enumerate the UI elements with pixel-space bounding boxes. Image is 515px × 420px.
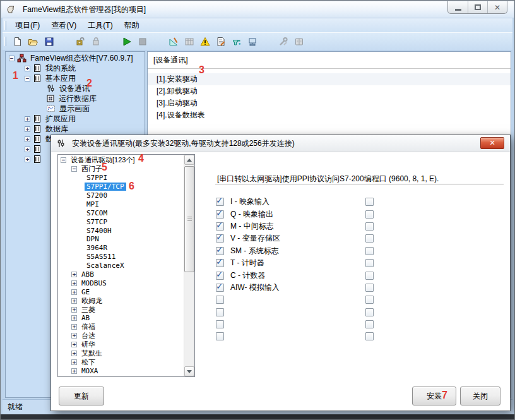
expander-collapsed-icon[interactable]: + <box>71 272 77 277</box>
vendor-siemens[interactable]: − 西门子 <box>58 165 194 174</box>
minimize-button[interactable] <box>448 1 468 13</box>
unlock-button[interactable] <box>72 34 88 49</box>
tree-row-my-system[interactable]: + 我的系统 <box>6 63 145 73</box>
register-checkbox-secondary[interactable] <box>365 222 374 231</box>
vendor-item[interactable]: +松下 <box>58 357 194 366</box>
menu-tools[interactable]: 工具(T) <box>82 18 118 33</box>
expander-collapsed-icon[interactable]: + <box>71 333 77 339</box>
vendor-item[interactable]: +倍福 <box>58 323 194 332</box>
vendor-item[interactable]: +ABB <box>58 270 194 279</box>
vendor-item[interactable]: +GE <box>58 287 194 296</box>
register-checkbox-secondary[interactable] <box>365 247 374 255</box>
menu-project[interactable]: 项目(F) <box>9 18 45 33</box>
expander-collapsed-icon[interactable]: + <box>25 116 30 122</box>
datasource-button[interactable] <box>228 34 244 49</box>
vendor-item[interactable]: +MODBUS <box>58 279 194 287</box>
register-checkbox-secondary[interactable] <box>365 210 374 219</box>
register-checkbox-secondary[interactable] <box>365 320 374 328</box>
expander-collapsed-icon[interactable]: + <box>71 289 77 295</box>
run-button[interactable] <box>119 34 134 49</box>
tree-row-extended-apps[interactable]: + 扩展应用 <box>6 114 145 124</box>
expander-expanded-icon[interactable]: − <box>25 76 30 81</box>
driver-item[interactable]: S5AS511 <box>58 253 194 261</box>
tree-row-basic-apps[interactable]: − 基本应用 <box>6 73 145 83</box>
register-checkbox[interactable] <box>216 308 224 316</box>
expander-collapsed-icon[interactable]: + <box>71 298 77 304</box>
alarm-button[interactable] <box>197 34 213 49</box>
register-checkbox[interactable]: ✓ <box>216 222 224 231</box>
expander-collapsed-icon[interactable]: + <box>71 280 77 286</box>
close-button[interactable]: ✕ <box>487 1 507 13</box>
dialog-close-button[interactable]: ✕ <box>480 137 504 149</box>
maximize-button[interactable] <box>468 1 487 13</box>
register-checkbox[interactable]: ✓ <box>216 284 224 292</box>
expander-expanded-icon[interactable]: − <box>71 166 77 172</box>
driver-item[interactable]: MPI <box>58 200 194 208</box>
menu-view[interactable]: 查看(V) <box>45 18 82 33</box>
register-checkbox-secondary[interactable] <box>365 296 374 304</box>
driver-item[interactable]: S7200 <box>58 191 194 200</box>
register-checkbox-secondary[interactable] <box>365 308 374 316</box>
expander-collapsed-icon[interactable]: + <box>71 315 77 321</box>
expander-collapsed-icon[interactable]: + <box>71 359 77 365</box>
driver-item[interactable]: ScalanceX <box>58 261 194 270</box>
register-checkbox[interactable]: ✓ <box>216 259 224 267</box>
driver-item[interactable]: DPN <box>58 235 194 244</box>
register-checkbox-secondary[interactable] <box>365 284 374 292</box>
tree-row-runtime-db[interactable]: 运行数据库 <box>6 93 145 104</box>
register-checkbox-secondary[interactable] <box>365 234 374 243</box>
report-button[interactable] <box>213 34 228 49</box>
driver-item[interactable]: S7COM <box>58 208 194 217</box>
expander-collapsed-icon[interactable]: + <box>25 136 30 142</box>
vendor-item[interactable]: +AB <box>58 314 194 323</box>
expander-collapsed-icon[interactable]: + <box>25 157 30 162</box>
tree-row-device-comm[interactable]: 设备通讯 <box>6 83 145 93</box>
network-button[interactable] <box>244 34 260 49</box>
expander-collapsed-icon[interactable]: + <box>25 66 30 71</box>
close-dialog-button[interactable]: 关闭 <box>460 387 500 405</box>
register-checkbox[interactable]: ✓ <box>216 272 224 280</box>
design-button[interactable] <box>165 34 181 49</box>
expander-collapsed-icon[interactable]: + <box>71 307 77 313</box>
tree-row-database[interactable]: + 数据库 <box>6 124 145 134</box>
register-checkbox[interactable]: ✓ <box>216 247 224 255</box>
expander-collapsed-icon[interactable]: + <box>25 147 30 152</box>
lock-button[interactable] <box>88 34 104 49</box>
command-start-driver[interactable]: [3].启动驱动 <box>148 97 511 109</box>
driver-item[interactable]: S7TCP <box>58 217 194 226</box>
vendor-item[interactable]: +欧姆龙 <box>58 296 194 305</box>
vendor-item[interactable]: +三菱 <box>58 305 194 314</box>
driver-tree-root[interactable]: − 设备通讯驱动[123个] <box>58 156 194 165</box>
update-button[interactable]: 更新 <box>59 387 104 405</box>
driver-item[interactable]: S7400H <box>58 226 194 235</box>
expander-collapsed-icon[interactable]: + <box>71 368 77 374</box>
register-checkbox-secondary[interactable] <box>365 198 374 206</box>
register-checkbox-secondary[interactable] <box>365 272 374 280</box>
vendor-item[interactable]: +台达 <box>58 332 194 340</box>
save-button[interactable] <box>41 34 57 49</box>
register-checkbox[interactable] <box>216 296 224 304</box>
scroll-down-button[interactable] <box>184 366 194 376</box>
register-checkbox[interactable]: ✓ <box>216 210 224 219</box>
command-device-table[interactable]: [4].设备数据表 <box>148 109 511 121</box>
expander-collapsed-icon[interactable]: + <box>25 126 30 132</box>
driver-item[interactable]: S7PPI <box>58 174 194 183</box>
command-uninstall-driver[interactable]: [2].卸载驱动 <box>148 85 511 97</box>
driver-item-selected[interactable]: S7PPI/TCP <box>58 183 194 191</box>
expander-expanded-icon[interactable]: − <box>61 157 66 163</box>
vendor-item[interactable]: +艾默生 <box>58 349 194 358</box>
vendor-item[interactable]: +MOXA <box>58 366 194 375</box>
table-button[interactable] <box>181 34 197 49</box>
tree-row-display-screen[interactable]: 显示画面 <box>6 104 145 114</box>
expander-collapsed-icon[interactable]: + <box>71 324 77 330</box>
manual-button[interactable] <box>291 34 307 49</box>
new-file-button[interactable] <box>9 34 25 49</box>
register-checkbox-secondary[interactable] <box>365 259 374 267</box>
driver-item[interactable]: 3964R <box>58 244 194 253</box>
register-checkbox[interactable] <box>216 332 224 340</box>
open-project-button[interactable] <box>25 34 41 49</box>
register-checkbox-secondary[interactable] <box>365 332 374 340</box>
driver-tree-scrollbar[interactable] <box>184 155 194 376</box>
scrollbar-thumb[interactable] <box>184 166 194 272</box>
install-button[interactable]: 安装 <box>412 387 456 405</box>
